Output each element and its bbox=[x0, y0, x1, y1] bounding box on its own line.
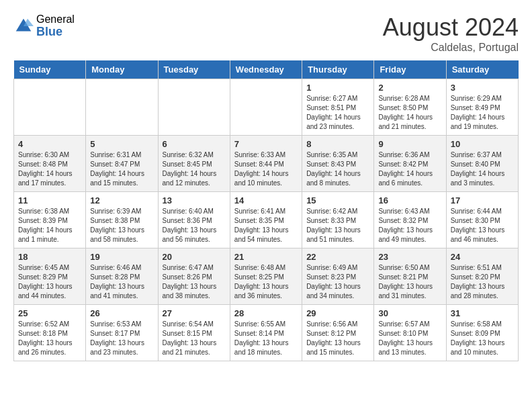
day-number: 14 bbox=[234, 195, 298, 205]
calendar-cell: 22Sunrise: 6:49 AM Sunset: 8:23 PM Dayli… bbox=[302, 248, 374, 305]
day-number: 21 bbox=[234, 252, 298, 262]
day-number: 20 bbox=[163, 252, 226, 262]
location: Caldelas, Portugal bbox=[383, 42, 519, 54]
calendar-cell: 16Sunrise: 6:43 AM Sunset: 8:32 PM Dayli… bbox=[374, 192, 446, 248]
calendar-table: SundayMondayTuesdayWednesdayThursdayFrid… bbox=[13, 60, 519, 361]
day-number: 29 bbox=[306, 308, 369, 318]
day-number: 30 bbox=[378, 308, 441, 318]
logo: General Blue bbox=[13, 13, 75, 38]
calendar-cell bbox=[14, 79, 86, 136]
weekday-header: Sunday bbox=[14, 60, 86, 79]
day-number: 28 bbox=[234, 308, 298, 318]
day-info: Sunrise: 6:39 AM Sunset: 8:38 PM Dayligh… bbox=[90, 207, 153, 244]
day-number: 19 bbox=[90, 252, 153, 262]
day-number: 1 bbox=[306, 83, 369, 93]
calendar-cell: 5Sunrise: 6:31 AM Sunset: 8:47 PM Daylig… bbox=[86, 136, 158, 192]
day-info: Sunrise: 6:46 AM Sunset: 8:28 PM Dayligh… bbox=[90, 263, 153, 301]
day-info: Sunrise: 6:56 AM Sunset: 8:12 PM Dayligh… bbox=[306, 320, 369, 357]
day-info: Sunrise: 6:57 AM Sunset: 8:10 PM Dayligh… bbox=[378, 320, 441, 357]
day-info: Sunrise: 6:53 AM Sunset: 8:17 PM Dayligh… bbox=[90, 320, 153, 357]
calendar-cell: 21Sunrise: 6:48 AM Sunset: 8:25 PM Dayli… bbox=[230, 248, 302, 305]
day-info: Sunrise: 6:48 AM Sunset: 8:25 PM Dayligh… bbox=[234, 263, 298, 301]
day-number: 6 bbox=[163, 139, 226, 149]
day-info: Sunrise: 6:43 AM Sunset: 8:32 PM Dayligh… bbox=[378, 207, 441, 244]
day-number: 7 bbox=[234, 139, 298, 149]
day-info: Sunrise: 6:42 AM Sunset: 8:33 PM Dayligh… bbox=[306, 207, 369, 244]
calendar-cell: 18Sunrise: 6:45 AM Sunset: 8:29 PM Dayli… bbox=[14, 248, 86, 305]
calendar-week-row: 1Sunrise: 6:27 AM Sunset: 8:51 PM Daylig… bbox=[14, 79, 519, 136]
logo-general: General bbox=[36, 13, 75, 26]
day-number: 12 bbox=[90, 195, 153, 205]
calendar-cell: 2Sunrise: 6:28 AM Sunset: 8:50 PM Daylig… bbox=[374, 79, 446, 136]
day-info: Sunrise: 6:29 AM Sunset: 8:49 PM Dayligh… bbox=[451, 94, 514, 132]
calendar-cell: 11Sunrise: 6:38 AM Sunset: 8:39 PM Dayli… bbox=[14, 192, 86, 248]
calendar-cell: 13Sunrise: 6:40 AM Sunset: 8:36 PM Dayli… bbox=[158, 192, 230, 248]
calendar-cell: 9Sunrise: 6:36 AM Sunset: 8:42 PM Daylig… bbox=[374, 136, 446, 192]
day-info: Sunrise: 6:50 AM Sunset: 8:21 PM Dayligh… bbox=[378, 263, 441, 301]
day-info: Sunrise: 6:51 AM Sunset: 8:20 PM Dayligh… bbox=[451, 263, 514, 301]
calendar-week-row: 18Sunrise: 6:45 AM Sunset: 8:29 PM Dayli… bbox=[14, 248, 519, 305]
calendar-cell bbox=[86, 79, 158, 136]
day-info: Sunrise: 6:40 AM Sunset: 8:36 PM Dayligh… bbox=[163, 207, 226, 244]
calendar-cell: 12Sunrise: 6:39 AM Sunset: 8:38 PM Dayli… bbox=[86, 192, 158, 248]
day-info: Sunrise: 6:33 AM Sunset: 8:44 PM Dayligh… bbox=[234, 150, 298, 188]
calendar-cell: 8Sunrise: 6:35 AM Sunset: 8:43 PM Daylig… bbox=[302, 136, 374, 192]
day-info: Sunrise: 6:49 AM Sunset: 8:23 PM Dayligh… bbox=[306, 263, 369, 301]
weekday-header-row: SundayMondayTuesdayWednesdayThursdayFrid… bbox=[14, 60, 519, 79]
title-block: August 2024 Caldelas, Portugal bbox=[383, 13, 519, 54]
calendar-cell: 15Sunrise: 6:42 AM Sunset: 8:33 PM Dayli… bbox=[302, 192, 374, 248]
calendar-cell bbox=[230, 79, 302, 136]
weekday-header: Thursday bbox=[302, 60, 374, 79]
day-info: Sunrise: 6:28 AM Sunset: 8:50 PM Dayligh… bbox=[378, 94, 441, 132]
day-info: Sunrise: 6:52 AM Sunset: 8:18 PM Dayligh… bbox=[18, 320, 81, 357]
day-number: 15 bbox=[306, 195, 369, 205]
weekday-header: Friday bbox=[374, 60, 446, 79]
calendar-cell: 20Sunrise: 6:47 AM Sunset: 8:26 PM Dayli… bbox=[158, 248, 230, 305]
day-number: 2 bbox=[378, 83, 441, 93]
weekday-header: Saturday bbox=[446, 60, 518, 79]
day-info: Sunrise: 6:54 AM Sunset: 8:15 PM Dayligh… bbox=[163, 320, 226, 357]
day-number: 8 bbox=[306, 139, 369, 149]
calendar-cell: 24Sunrise: 6:51 AM Sunset: 8:20 PM Dayli… bbox=[446, 248, 518, 305]
day-number: 26 bbox=[90, 308, 153, 318]
day-info: Sunrise: 6:30 AM Sunset: 8:48 PM Dayligh… bbox=[18, 150, 81, 188]
day-number: 31 bbox=[451, 308, 514, 318]
day-number: 22 bbox=[306, 252, 369, 262]
day-number: 9 bbox=[378, 139, 441, 149]
calendar-cell: 1Sunrise: 6:27 AM Sunset: 8:51 PM Daylig… bbox=[302, 79, 374, 136]
calendar-cell: 19Sunrise: 6:46 AM Sunset: 8:28 PM Dayli… bbox=[86, 248, 158, 305]
day-number: 18 bbox=[18, 252, 81, 262]
day-info: Sunrise: 6:41 AM Sunset: 8:35 PM Dayligh… bbox=[234, 207, 298, 244]
day-info: Sunrise: 6:55 AM Sunset: 8:14 PM Dayligh… bbox=[234, 320, 298, 357]
calendar-cell: 7Sunrise: 6:33 AM Sunset: 8:44 PM Daylig… bbox=[230, 136, 302, 192]
day-number: 5 bbox=[90, 139, 153, 149]
calendar-week-row: 4Sunrise: 6:30 AM Sunset: 8:48 PM Daylig… bbox=[14, 136, 519, 192]
month-year: August 2024 bbox=[383, 13, 519, 42]
day-info: Sunrise: 6:36 AM Sunset: 8:42 PM Dayligh… bbox=[378, 150, 441, 188]
calendar-cell: 10Sunrise: 6:37 AM Sunset: 8:40 PM Dayli… bbox=[446, 136, 518, 192]
day-number: 24 bbox=[451, 252, 514, 262]
calendar-cell: 27Sunrise: 6:54 AM Sunset: 8:15 PM Dayli… bbox=[158, 305, 230, 361]
logo-text: General Blue bbox=[36, 13, 75, 38]
calendar-cell: 28Sunrise: 6:55 AM Sunset: 8:14 PM Dayli… bbox=[230, 305, 302, 361]
weekday-header: Wednesday bbox=[230, 60, 302, 79]
calendar-cell: 17Sunrise: 6:44 AM Sunset: 8:30 PM Dayli… bbox=[446, 192, 518, 248]
day-number: 23 bbox=[378, 252, 441, 262]
day-info: Sunrise: 6:58 AM Sunset: 8:09 PM Dayligh… bbox=[451, 320, 514, 357]
calendar-cell: 29Sunrise: 6:56 AM Sunset: 8:12 PM Dayli… bbox=[302, 305, 374, 361]
calendar-cell: 14Sunrise: 6:41 AM Sunset: 8:35 PM Dayli… bbox=[230, 192, 302, 248]
day-info: Sunrise: 6:31 AM Sunset: 8:47 PM Dayligh… bbox=[90, 150, 153, 188]
calendar-cell: 4Sunrise: 6:30 AM Sunset: 8:48 PM Daylig… bbox=[14, 136, 86, 192]
day-number: 11 bbox=[18, 195, 81, 205]
day-info: Sunrise: 6:27 AM Sunset: 8:51 PM Dayligh… bbox=[306, 94, 369, 132]
day-number: 17 bbox=[451, 195, 514, 205]
day-number: 25 bbox=[18, 308, 81, 318]
calendar-week-row: 11Sunrise: 6:38 AM Sunset: 8:39 PM Dayli… bbox=[14, 192, 519, 248]
day-info: Sunrise: 6:45 AM Sunset: 8:29 PM Dayligh… bbox=[18, 263, 81, 301]
day-number: 16 bbox=[378, 195, 441, 205]
day-info: Sunrise: 6:37 AM Sunset: 8:40 PM Dayligh… bbox=[451, 150, 514, 188]
day-number: 4 bbox=[18, 139, 81, 149]
day-info: Sunrise: 6:47 AM Sunset: 8:26 PM Dayligh… bbox=[163, 263, 226, 301]
calendar-cell: 30Sunrise: 6:57 AM Sunset: 8:10 PM Dayli… bbox=[374, 305, 446, 361]
calendar-week-row: 25Sunrise: 6:52 AM Sunset: 8:18 PM Dayli… bbox=[14, 305, 519, 361]
